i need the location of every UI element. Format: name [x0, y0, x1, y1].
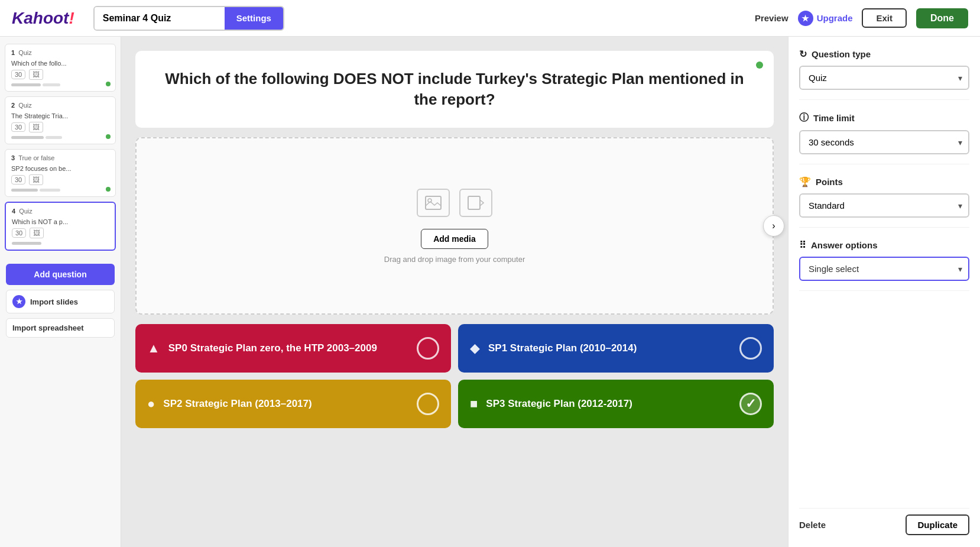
time-limit-section: ⓘ Time limit 5 seconds 10 seconds 20 sec…	[799, 112, 969, 164]
points-label: Points	[816, 177, 843, 187]
answer-3-left: ● SP2 Strategic Plan (2013–2017)	[147, 396, 312, 412]
sidebar-item-q1[interactable]: 1 Quiz Which of the follo... 30 🖼	[5, 44, 116, 92]
q3-meta: 30 🖼	[11, 174, 109, 185]
logo-exclaim: !	[69, 9, 74, 27]
time-limit-icon: ⓘ	[799, 112, 809, 124]
sidebar-item-q4[interactable]: 4 Quiz Which is NOT a p... 30 🖼	[5, 202, 116, 251]
answer-4-text: SP3 Strategic Plan (2012-2017)	[486, 398, 632, 410]
import-spreadsheet-label: Import spreadsheet	[12, 323, 84, 332]
q2-bars	[11, 136, 109, 139]
done-button[interactable]: Done	[916, 8, 968, 28]
video-icon	[459, 189, 492, 217]
next-arrow-button[interactable]: ›	[763, 215, 784, 237]
question-text: Which of the following DOES NOT include …	[153, 69, 756, 110]
q2-num: 2	[11, 102, 15, 109]
q3-bars	[11, 189, 109, 192]
quiz-title-input[interactable]	[95, 7, 225, 30]
q1-meta: 30 🖼	[11, 69, 109, 80]
points-section: 🏆 Points Standard Double No points ▾	[799, 176, 969, 228]
preview-link[interactable]: Preview	[755, 13, 788, 23]
sidebar-item-q3[interactable]: 3 True or false SP2 focuses on be... 30 …	[5, 149, 116, 197]
sidebar-item-q2[interactable]: 2 Quiz The Strategic Tria... 30 🖼	[5, 96, 116, 144]
question-type-select-wrapper: Quiz True or False Puzzle Open-ended ▾	[799, 66, 969, 90]
answer-options-icon: ⠿	[799, 239, 806, 251]
sidebar-actions: Add question ★ Import slides Import spre…	[0, 258, 121, 344]
import-spreadsheet-button[interactable]: Import spreadsheet	[6, 318, 115, 338]
drag-drop-hint: Drag and drop image from your computer	[384, 255, 525, 264]
answer-1-text: SP0 Strategic Plan zero, the HTP 2003–20…	[168, 342, 377, 354]
svg-rect-0	[426, 196, 441, 209]
q4-type: Quiz	[19, 208, 33, 216]
exit-button[interactable]: Exit	[862, 8, 907, 28]
sidebar: 1 Quiz Which of the follo... 30 🖼 2 Quiz…	[0, 37, 121, 547]
logo: Kahoot!	[12, 9, 74, 28]
q4-time: 30	[12, 228, 26, 238]
delete-button[interactable]: Delete	[799, 520, 826, 530]
question-type-label: Question type	[812, 49, 871, 59]
q4-bars	[12, 242, 109, 245]
q1-bars	[11, 83, 109, 86]
answer-options-select[interactable]: Single select Multi-select True or False	[799, 257, 969, 281]
add-media-button[interactable]: Add media	[421, 229, 488, 249]
q4-num: 4	[12, 208, 15, 215]
media-icons	[417, 189, 492, 217]
question-type-icon: ↻	[799, 48, 807, 60]
q2-img-icon: 🖼	[29, 122, 43, 132]
svg-rect-2	[468, 196, 480, 209]
answer-card-4[interactable]: ■ SP3 Strategic Plan (2012-2017) ✓	[458, 380, 774, 428]
media-zone-wrapper: Add media Drag and drop image from your …	[135, 137, 774, 315]
correct-checkmark-icon: ✓	[745, 396, 756, 412]
answer-card-1[interactable]: ▲ SP0 Strategic Plan zero, the HTP 2003–…	[135, 324, 451, 373]
answer-grid: ▲ SP0 Strategic Plan zero, the HTP 2003–…	[135, 324, 774, 428]
main-layout: 1 Quiz Which of the follo... 30 🖼 2 Quiz…	[0, 37, 980, 547]
answer-2-circle	[739, 337, 762, 360]
q2-time: 30	[11, 122, 25, 132]
import-slides-button[interactable]: ★ Import slides	[6, 290, 115, 313]
time-limit-select[interactable]: 5 seconds 10 seconds 20 seconds 30 secon…	[799, 130, 969, 154]
time-limit-title: ⓘ Time limit	[799, 112, 969, 124]
add-question-button[interactable]: Add question	[6, 264, 115, 285]
points-icon: 🏆	[799, 176, 811, 187]
duplicate-button[interactable]: Duplicate	[906, 514, 969, 535]
q3-type: True or false	[18, 154, 54, 163]
points-select-wrapper: Standard Double No points ▾	[799, 193, 969, 218]
q2-text: The Strategic Tria...	[11, 112, 94, 119]
upgrade-label: Upgrade	[817, 13, 853, 23]
q3-img-icon: 🖼	[29, 174, 43, 185]
answer-card-3[interactable]: ● SP2 Strategic Plan (2013–2017)	[135, 380, 451, 428]
quiz-title-bar: Settings	[93, 6, 284, 31]
answer-options-section: ⠿ Answer options Single select Multi-sel…	[799, 239, 969, 291]
q1-type: Quiz	[18, 49, 32, 57]
answer-2-left: ◆ SP1 Strategic Plan (2010–2014)	[470, 341, 637, 356]
upgrade-button[interactable]: ★ Upgrade	[798, 11, 853, 26]
q4-text: Which is NOT a p...	[12, 218, 95, 225]
canvas: Which of the following DOES NOT include …	[121, 37, 788, 547]
points-title: 🏆 Points	[799, 176, 969, 187]
answer-2-shape: ◆	[470, 341, 480, 356]
answer-3-shape: ●	[147, 396, 155, 412]
answer-card-2[interactable]: ◆ SP1 Strategic Plan (2010–2014)	[458, 324, 774, 373]
question-type-select[interactable]: Quiz True or False Puzzle Open-ended	[799, 66, 969, 90]
answer-4-shape: ■	[470, 396, 478, 412]
media-drop-zone[interactable]: Add media Drag and drop image from your …	[135, 137, 774, 315]
import-slides-star-icon: ★	[12, 295, 25, 308]
header: Kahoot! Settings Preview ★ Upgrade Exit …	[0, 0, 980, 37]
answer-3-text: SP2 Strategic Plan (2013–2017)	[163, 398, 311, 410]
q2-type: Quiz	[18, 102, 32, 110]
answer-options-title: ⠿ Answer options	[799, 239, 969, 251]
q4-img-icon: 🖼	[30, 228, 44, 238]
q1-text: Which of the follo...	[11, 60, 94, 67]
answer-options-label: Answer options	[811, 240, 878, 250]
points-select[interactable]: Standard Double No points	[799, 193, 969, 218]
q3-num: 3	[11, 154, 15, 161]
answer-2-text: SP1 Strategic Plan (2010–2014)	[488, 342, 637, 354]
q3-status-dot	[106, 187, 111, 192]
question-type-title: ↻ Question type	[799, 48, 969, 60]
q1-time: 30	[11, 70, 25, 79]
answer-options-select-wrapper: Single select Multi-select True or False…	[799, 257, 969, 281]
image-icon	[417, 189, 450, 217]
q2-status-dot	[106, 134, 111, 139]
settings-button[interactable]: Settings	[225, 7, 283, 30]
answer-3-circle	[417, 393, 439, 415]
question-type-section: ↻ Question type Quiz True or False Puzzl…	[799, 48, 969, 100]
